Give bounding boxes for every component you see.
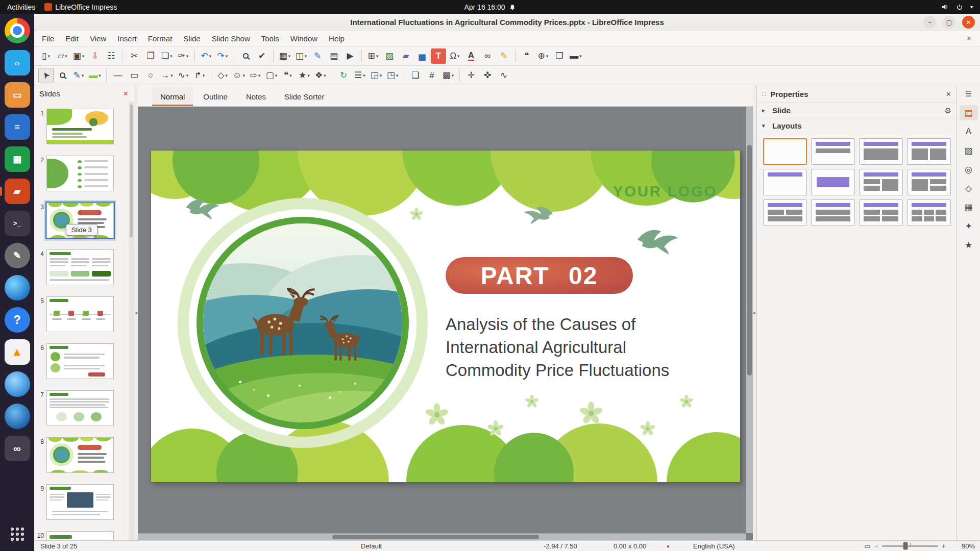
focused-app-menu[interactable]: LibreOffice Impress: [44, 3, 117, 11]
align-button[interactable]: ☰▾: [352, 68, 368, 83]
shadow-button[interactable]: ❑: [408, 68, 423, 83]
menu-edit[interactable]: Edit: [60, 32, 84, 45]
to-curve-button[interactable]: ∿: [496, 68, 511, 83]
layout-two-content-over-content[interactable]: [763, 199, 807, 226]
dropdown-arrow-icon[interactable]: ▾: [363, 73, 365, 78]
menu-format[interactable]: Format: [142, 32, 178, 45]
edit-mode-button[interactable]: ✎: [310, 48, 325, 64]
slide-item-6[interactable]: 6: [34, 343, 134, 379]
dropdown-arrow-icon[interactable]: ▾: [170, 73, 173, 78]
menu-insert[interactable]: Insert: [112, 32, 142, 45]
undo-button[interactable]: ↶▾: [199, 48, 214, 64]
left-pane-splitter[interactable]: ◂: [134, 85, 138, 540]
dropdown-arrow-icon[interactable]: ▾: [258, 73, 261, 78]
dropdown-arrow-icon[interactable]: ▾: [452, 73, 454, 78]
comment-button[interactable]: ❝: [519, 48, 534, 64]
sidebar-tab-properties[interactable]: ▤: [960, 105, 978, 120]
sidebar-settings-icon[interactable]: ☰: [965, 89, 972, 98]
slide-thumbnail[interactable]: [46, 531, 114, 540]
display-views-button[interactable]: ◫▾: [293, 48, 309, 64]
start-slideshow-button[interactable]: ▶: [342, 48, 358, 64]
slides-panel-close-icon[interactable]: ✕: [123, 90, 129, 97]
dropdown-arrow-icon[interactable]: ▾: [82, 73, 84, 78]
dock-terminal[interactable]: >_: [5, 211, 30, 236]
layout-four-content[interactable]: [859, 199, 903, 226]
rectangle-button[interactable]: ▭: [127, 68, 142, 83]
3d-objects-button[interactable]: ❖▾: [313, 68, 328, 83]
image-button[interactable]: ▨: [382, 48, 397, 64]
crop-button[interactable]: #: [424, 68, 439, 83]
sidebar-tab-master-slides[interactable]: ▦: [960, 199, 978, 215]
chart-button[interactable]: ▅: [414, 48, 430, 64]
character-button[interactable]: A: [463, 48, 479, 64]
slide-item-4[interactable]: 4: [34, 249, 134, 285]
slide-item-5[interactable]: 5: [34, 296, 134, 332]
export-pdf-button[interactable]: ⇩: [87, 48, 103, 64]
dropdown-arrow-icon[interactable]: ▾: [324, 73, 326, 78]
slide-item-1[interactable]: 1: [34, 109, 134, 144]
maximize-button[interactable]: ▢: [943, 16, 955, 29]
symbol-shapes-button[interactable]: ☺▾: [231, 68, 247, 83]
save-button[interactable]: ▣▾: [71, 48, 86, 64]
dock-files[interactable]: ▭: [5, 82, 30, 108]
slide-item-10[interactable]: 10: [34, 531, 134, 540]
menu-file[interactable]: File: [36, 32, 60, 45]
dropdown-arrow-icon[interactable]: ▾: [170, 54, 173, 59]
dropdown-arrow-icon[interactable]: ▾: [226, 54, 228, 59]
arrow-button[interactable]: →▾: [159, 68, 175, 83]
tab-notes[interactable]: Notes: [238, 87, 274, 106]
paste-button[interactable]: ❏▾: [159, 48, 175, 64]
duplicate-slide-button[interactable]: ❒: [552, 48, 567, 64]
language-selector[interactable]: English (USA): [693, 542, 754, 550]
display-grid-button[interactable]: ▦▾: [277, 48, 292, 64]
slide-thumbnail[interactable]: [46, 109, 114, 144]
slide-thumbnail[interactable]: [46, 343, 114, 379]
layout-six-content[interactable]: [907, 199, 951, 226]
dropdown-arrow-icon[interactable]: ▾: [225, 73, 228, 78]
dropdown-arrow-icon[interactable]: ▾: [242, 73, 245, 78]
section-slide[interactable]: ▸ Slide ⚙: [757, 103, 957, 118]
basic-shapes-button[interactable]: ◇▾: [215, 68, 230, 83]
rotate-button[interactable]: ↻: [336, 68, 351, 83]
dock-vlc[interactable]: ▲: [5, 339, 30, 365]
text-box-button[interactable]: T: [431, 48, 446, 64]
zoom-fit-icon[interactable]: ▭: [864, 542, 870, 550]
dropdown-arrow-icon[interactable]: ▾: [65, 54, 67, 59]
print-button[interactable]: ☷: [104, 48, 119, 64]
find-replace-button[interactable]: [238, 48, 253, 64]
redo-button[interactable]: ↷▾: [215, 48, 230, 64]
dropdown-arrow-icon[interactable]: ▾: [457, 54, 460, 59]
dock-remote[interactable]: ∞: [5, 436, 30, 461]
dropdown-arrow-icon[interactable]: ▾: [380, 73, 382, 78]
tab-slide-sorter[interactable]: Slide Sorter: [276, 87, 332, 106]
glue-points-button[interactable]: ✜: [480, 68, 495, 83]
menu-help[interactable]: Help: [323, 32, 350, 45]
vertical-scrollbar[interactable]: [746, 107, 753, 533]
master-style-name[interactable]: Default: [361, 542, 422, 550]
menu-window[interactable]: Window: [285, 32, 323, 45]
menu-slide-show[interactable]: Slide Show: [206, 32, 256, 45]
dropdown-arrow-icon[interactable]: ▾: [209, 54, 212, 59]
dropdown-arrow-icon[interactable]: ▾: [47, 54, 50, 59]
spelling-button[interactable]: ✔: [254, 48, 270, 64]
zoom-out-button[interactable]: −: [874, 542, 878, 550]
media-button[interactable]: ▰: [398, 48, 413, 64]
menu-slide[interactable]: Slide: [178, 32, 206, 45]
dock-calc[interactable]: ▦: [5, 146, 30, 172]
dock-impress[interactable]: ▰: [5, 179, 30, 204]
layout-title-content-large[interactable]: [859, 138, 903, 165]
sidebar-tab-styles[interactable]: A: [960, 124, 978, 139]
dropdown-arrow-icon[interactable]: ▾: [305, 54, 307, 59]
slide-thumbnail[interactable]: [46, 437, 114, 473]
clone-formatting-button[interactable]: ✑▾: [176, 48, 191, 64]
horizontal-scrollbar[interactable]: [138, 533, 746, 540]
dock-help[interactable]: ?: [5, 307, 30, 333]
slide-thumbnail[interactable]: [46, 156, 114, 191]
activities-button[interactable]: Activities: [7, 3, 35, 11]
dropdown-arrow-icon[interactable]: ▾: [546, 54, 549, 59]
slide-item-7[interactable]: 7: [34, 390, 134, 426]
ellipse-button[interactable]: ○: [143, 68, 158, 83]
layout-content-over-content[interactable]: [811, 199, 855, 226]
dropdown-arrow-icon[interactable]: ▾: [203, 73, 205, 78]
curve-button[interactable]: ∿▾: [176, 68, 191, 83]
